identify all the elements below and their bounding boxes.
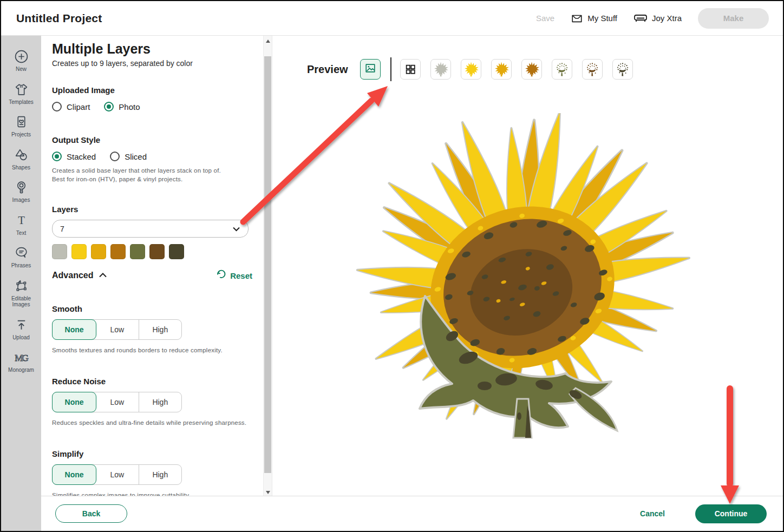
radio-clipart-circle[interactable] bbox=[52, 102, 62, 111]
advanced-toggle[interactable]: Advanced bbox=[52, 271, 93, 280]
triangle-circle-icon bbox=[14, 148, 29, 162]
card-heart-icon bbox=[14, 115, 29, 129]
left-sidebar: New Templates Projects Shapes Images T T… bbox=[1, 36, 41, 531]
layer-thumbnail-7[interactable] bbox=[612, 59, 633, 80]
uploaded-image-radio-group: Clipart Photo bbox=[52, 102, 252, 111]
layer-swatch[interactable] bbox=[91, 244, 106, 259]
radio-clipart[interactable]: Clipart bbox=[52, 102, 90, 111]
upload-arrow-icon bbox=[14, 318, 29, 332]
project-title: Untitled Project bbox=[16, 12, 102, 25]
smooth-label: Smooth bbox=[52, 304, 252, 313]
chevron-down-icon bbox=[232, 225, 240, 233]
layers-count-select[interactable]: 7 bbox=[52, 220, 249, 238]
reset-button[interactable]: Reset bbox=[216, 270, 252, 281]
balloon-icon bbox=[14, 180, 29, 195]
toolbar-divider bbox=[390, 57, 391, 81]
radio-stacked[interactable]: Stacked bbox=[52, 152, 96, 161]
reduce-noise-segmented-control: None Low High bbox=[52, 392, 252, 412]
sidebar-item-templates[interactable]: Templates bbox=[1, 77, 41, 110]
radio-sliced-circle[interactable] bbox=[110, 152, 120, 161]
sidebar-item-images[interactable]: Images bbox=[1, 175, 41, 208]
panel-scrollbar[interactable] bbox=[263, 36, 272, 498]
sidebar-item-text[interactable]: T Text bbox=[1, 208, 41, 241]
simplify-none-button[interactable]: None bbox=[52, 464, 96, 485]
cutting-machine-icon bbox=[633, 12, 648, 24]
reduce-noise-none-button[interactable]: None bbox=[52, 392, 96, 412]
layer-swatch[interactable] bbox=[52, 244, 67, 259]
make-button[interactable]: Make bbox=[698, 8, 769, 29]
radio-stacked-circle[interactable] bbox=[52, 152, 62, 161]
preview-all-layers-button[interactable] bbox=[400, 59, 421, 80]
advanced-row: Advanced Reset bbox=[52, 270, 252, 281]
back-button[interactable]: Back bbox=[55, 504, 127, 523]
layer-thumbnail-1[interactable] bbox=[430, 59, 451, 80]
scrollbar-thumb[interactable] bbox=[264, 56, 271, 473]
letter-t-icon: T bbox=[14, 213, 29, 228]
simplify-segmented-control: None Low High bbox=[52, 464, 252, 485]
inbox-icon bbox=[571, 12, 583, 24]
output-style-description: Creates a solid base layer that other la… bbox=[52, 167, 231, 183]
sidebar-item-projects[interactable]: Projects bbox=[1, 110, 41, 143]
multiple-layers-panel: Multiple Layers Creates up to 9 layers, … bbox=[41, 36, 272, 498]
tshirt-icon bbox=[14, 82, 29, 97]
reduce-noise-label: Reduce Noise bbox=[52, 377, 252, 386]
continue-button[interactable]: Continue bbox=[695, 504, 767, 523]
smooth-low-button[interactable]: Low bbox=[96, 320, 139, 339]
panel-subtitle: Creates up to 9 layers, separated by col… bbox=[52, 59, 252, 68]
output-style-radio-group: Stacked Sliced bbox=[52, 152, 252, 161]
sunflower-preview-image bbox=[343, 113, 712, 439]
layer-thumbnail-4[interactable] bbox=[521, 59, 542, 80]
reduce-noise-high-button[interactable]: High bbox=[139, 392, 181, 412]
layer-thumbnail-5[interactable] bbox=[552, 59, 572, 80]
vector-nodes-icon bbox=[14, 279, 29, 293]
svg-text:MG: MG bbox=[15, 353, 28, 363]
chevron-up-icon[interactable] bbox=[99, 271, 107, 280]
layer-thumbnail-6[interactable] bbox=[582, 59, 603, 80]
smooth-none-button[interactable]: None bbox=[52, 319, 96, 340]
sidebar-item-phrases[interactable]: Phrases bbox=[1, 241, 41, 274]
sidebar-item-new[interactable]: New bbox=[1, 44, 41, 77]
radio-sliced[interactable]: Sliced bbox=[110, 152, 147, 161]
sidebar-item-editable-images[interactable]: Editable Images bbox=[1, 274, 41, 313]
preview-image-view-button[interactable] bbox=[360, 59, 381, 80]
layer-swatch[interactable] bbox=[169, 244, 184, 259]
layer-swatch[interactable] bbox=[110, 244, 126, 259]
simplify-low-button[interactable]: Low bbox=[96, 465, 139, 484]
machine-selector[interactable]: Joy Xtra bbox=[633, 12, 682, 24]
my-stuff-button[interactable]: My Stuff bbox=[571, 12, 617, 24]
monogram-mg-icon: MG bbox=[13, 350, 29, 365]
layer-thumbnails bbox=[400, 59, 633, 80]
save-button[interactable]: Save bbox=[536, 14, 554, 23]
cancel-button[interactable]: Cancel bbox=[640, 509, 665, 518]
sidebar-item-shapes[interactable]: Shapes bbox=[1, 143, 41, 176]
speech-bubble-icon bbox=[14, 246, 29, 260]
layer-swatch[interactable] bbox=[71, 244, 87, 259]
scroll-up-arrow-icon[interactable] bbox=[264, 37, 272, 45]
smooth-high-button[interactable]: High bbox=[139, 320, 181, 339]
preview-label: Preview bbox=[307, 63, 348, 76]
preview-area: Preview bbox=[272, 36, 783, 498]
preview-toolbar: Preview bbox=[307, 57, 633, 81]
layer-swatch[interactable] bbox=[130, 244, 145, 259]
undo-icon bbox=[216, 270, 226, 281]
smooth-segmented-control: None Low High bbox=[52, 319, 252, 340]
layers-label: Layers bbox=[52, 205, 252, 214]
sidebar-item-upload[interactable]: Upload bbox=[1, 313, 41, 346]
layer-thumbnail-2[interactable] bbox=[461, 59, 481, 80]
layer-thumbnail-3[interactable] bbox=[491, 59, 512, 80]
image-icon bbox=[364, 62, 376, 76]
svg-text:T: T bbox=[18, 214, 25, 226]
sidebar-item-monogram[interactable]: MG Monogram bbox=[1, 345, 41, 378]
radio-photo-circle[interactable] bbox=[104, 102, 114, 111]
simplify-high-button[interactable]: High bbox=[139, 465, 181, 484]
simplify-label: Simplify bbox=[52, 449, 252, 458]
radio-photo[interactable]: Photo bbox=[104, 102, 140, 111]
top-bar: Untitled Project Save My Stuff Joy Xtra bbox=[1, 1, 783, 36]
footer-bar: Back Cancel Continue bbox=[41, 496, 783, 531]
layer-swatch[interactable] bbox=[149, 244, 165, 259]
grid-icon bbox=[404, 63, 416, 75]
reduce-noise-low-button[interactable]: Low bbox=[96, 392, 139, 412]
panel-title: Multiple Layers bbox=[52, 41, 252, 57]
app-window: Untitled Project Save My Stuff Joy Xtra bbox=[0, 0, 784, 532]
smooth-description: Smooths textures and rounds borders to r… bbox=[52, 346, 252, 355]
